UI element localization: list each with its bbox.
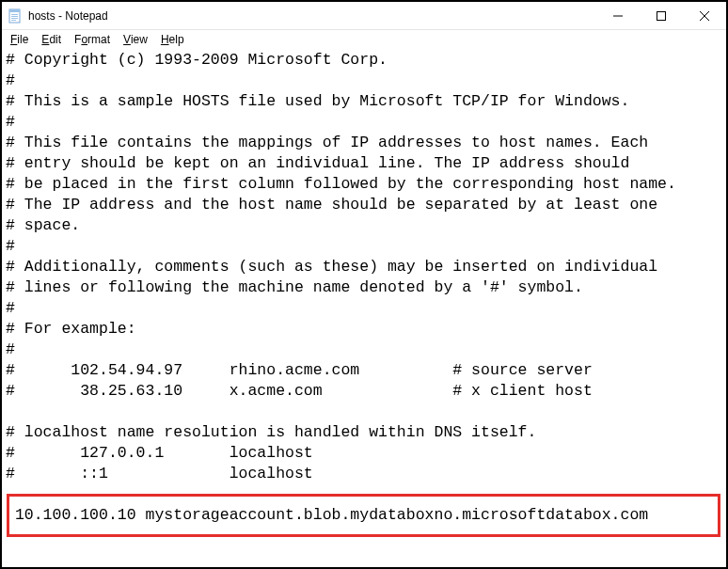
- svg-rect-7: [657, 11, 666, 20]
- editor-line: # 102.54.94.97 rhino.acme.com # source s…: [6, 360, 724, 381]
- menu-file[interactable]: File: [4, 32, 35, 47]
- menu-view[interactable]: View: [117, 32, 154, 47]
- editor-line: #: [6, 340, 724, 360]
- editor-line: 10.100.100.10 mystorageaccount.blob.myda…: [6, 505, 724, 526]
- editor-line: # The IP address and the host name shoul…: [6, 195, 724, 215]
- editor-line: # 38.25.63.10 x.acme.com # x client host: [6, 381, 724, 402]
- svg-rect-1: [9, 9, 20, 12]
- menu-help[interactable]: Help: [154, 32, 191, 47]
- editor-line: #: [6, 236, 724, 257]
- editor-line: # Copyright (c) 1993-2009 Microsoft Corp…: [6, 50, 724, 71]
- text-editor[interactable]: # Copyright (c) 1993-2009 Microsoft Corp…: [2, 49, 726, 567]
- editor-line: # lines or following the machine name de…: [6, 277, 724, 298]
- editor-line: # be placed in the first column followed…: [6, 174, 724, 195]
- editor-line: [6, 484, 724, 505]
- notepad-icon: [8, 8, 23, 24]
- close-button[interactable]: [683, 2, 726, 30]
- menu-format[interactable]: Format: [68, 32, 117, 47]
- editor-line: # 127.0.0.1 localhost: [6, 443, 724, 464]
- editor-line: [6, 402, 724, 422]
- editor-line: #: [6, 71, 724, 91]
- minimize-button[interactable]: [596, 2, 640, 30]
- menu-bar: File Edit Format View Help: [2, 30, 726, 49]
- editor-line: # This file contains the mappings of IP …: [6, 133, 724, 153]
- close-icon: [700, 11, 709, 21]
- editor-line: #: [6, 112, 724, 133]
- menu-edit[interactable]: Edit: [35, 32, 68, 47]
- editor-line: # For example:: [6, 319, 724, 340]
- maximize-icon: [657, 11, 666, 21]
- editor-line: # localhost name resolution is handled w…: [6, 422, 724, 443]
- minimize-icon: [613, 11, 623, 21]
- title-bar: hosts - Notepad: [2, 2, 726, 30]
- editor-line: #: [6, 298, 724, 319]
- editor-line: # entry should be kept on an individual …: [6, 153, 724, 174]
- editor-line: # space.: [6, 215, 724, 236]
- editor-line: # Additionally, comments (such as these)…: [6, 257, 724, 277]
- editor-line: # This is a sample HOSTS file used by Mi…: [6, 91, 724, 112]
- editor-line: # ::1 localhost: [6, 464, 724, 484]
- window-title: hosts - Notepad: [28, 9, 108, 23]
- maximize-button[interactable]: [640, 2, 683, 30]
